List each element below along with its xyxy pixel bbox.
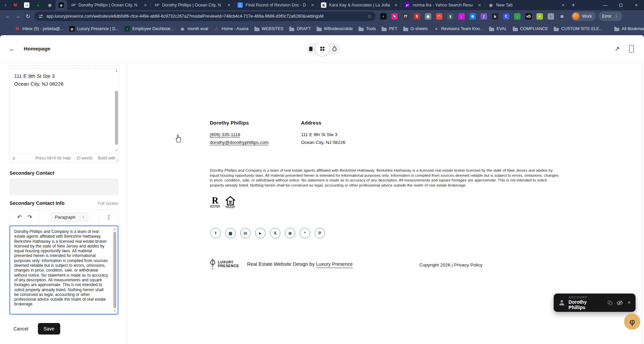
- bookmark-item[interactable]: PET: [382, 26, 397, 31]
- undo-icon[interactable]: ↶: [17, 214, 22, 221]
- full-screen-link[interactable]: Full screen: [98, 201, 118, 206]
- bookmark-item[interactable]: EVAL: [489, 26, 507, 31]
- extension-icon[interactable]: ▮: [447, 13, 454, 20]
- tab-close-icon[interactable]: ×: [142, 2, 148, 8]
- open-external-icon[interactable]: ↗: [615, 45, 620, 52]
- address-editor-text[interactable]: 111 E 9th St Ste 3 Ocean City, NJ 08226: [9, 68, 119, 152]
- bookmark-item[interactable]: Inbox (5) - jorbeta@...: [15, 26, 64, 31]
- linkedin-icon[interactable]: in: [240, 228, 251, 238]
- extension-icon[interactable]: ▪: [548, 13, 554, 20]
- tab-close-icon[interactable]: ×: [226, 2, 232, 8]
- tab-close-icon[interactable]: ×: [477, 2, 483, 8]
- maximize-button[interactable]: [613, 0, 628, 10]
- redo-icon[interactable]: ↷: [27, 214, 32, 221]
- pinned-tab-globe[interactable]: [44, 0, 55, 10]
- close-window-button[interactable]: ×: [628, 0, 644, 10]
- reload-icon[interactable]: ↻: [23, 11, 33, 21]
- secondary-contact-info-text[interactable]: Dorothy Phillips and Company is a team o…: [10, 226, 118, 307]
- realtor-social-icon[interactable]: ⊕: [285, 228, 295, 238]
- scroll-down-icon[interactable]: ▼: [115, 149, 118, 152]
- bookmark-item[interactable]: Luxury Presence | D...: [69, 26, 119, 31]
- bookmark-star-icon[interactable]: ☆: [367, 14, 371, 19]
- url-bar[interactable]: app.luxurypresence.com/websites/e6db0df6…: [34, 12, 375, 21]
- tab-close-icon[interactable]: ×: [393, 2, 399, 8]
- bookmark-item[interactable]: DRAFT: [289, 26, 311, 31]
- extension-icon[interactable]: ⚙: [469, 13, 476, 20]
- page-view-icon[interactable]: [309, 47, 313, 51]
- tab-search-icon[interactable]: ∨: [1, 0, 9, 10]
- minimize-button[interactable]: —: [597, 0, 613, 10]
- extension-icon[interactable]: vD: [525, 13, 532, 20]
- site-info-icon[interactable]: [39, 14, 43, 19]
- extension-icon[interactable]: C: [503, 13, 509, 20]
- theme-droplet-icon[interactable]: [332, 46, 337, 51]
- toast-close-icon[interactable]: ×: [627, 299, 631, 306]
- tab-close-icon[interactable]: ×: [309, 2, 316, 8]
- scrollbar-thumb[interactable]: [113, 232, 116, 308]
- extension-icon[interactable]: ◠: [436, 13, 442, 20]
- bookmark-item[interactable]: Revisions Team Kno...: [434, 26, 483, 31]
- pinned-tab-luxury-presence-active[interactable]: [55, 0, 67, 10]
- tab-close-icon[interactable]: ×: [560, 2, 566, 8]
- address-editor[interactable]: 111 E 9th St Ste 3 Ocean City, NJ 08226 …: [9, 65, 119, 163]
- bookmark-item[interactable]: Tools: [359, 26, 376, 31]
- copy-icon[interactable]: [608, 301, 612, 305]
- info-editor-scrollbar[interactable]: ▲ ▼: [113, 228, 117, 313]
- paragraph-dropdown[interactable]: Paragraph ∨: [51, 212, 88, 222]
- scrollbar-thumb[interactable]: [115, 91, 118, 145]
- back-nav-icon[interactable]: ←: [3, 11, 13, 21]
- forward-nav-icon[interactable]: →: [13, 11, 23, 21]
- extension-icon[interactable]: ⊞: [559, 13, 565, 20]
- url-text[interactable]: app.luxurypresence.com/websites/e6db0df6…: [46, 14, 364, 19]
- extension-icon[interactable]: ʃ: [481, 13, 487, 20]
- scroll-up-icon[interactable]: ▲: [115, 69, 118, 72]
- facebook-icon[interactable]: f: [210, 228, 221, 238]
- browser-tab[interactable]: Dorothy Phillips | Ocean City, N ×: [67, 0, 151, 10]
- sections-view-active[interactable]: [315, 42, 329, 56]
- address-editor-scrollbar[interactable]: ▲ ▼: [115, 69, 118, 152]
- luxury-presence-logo[interactable]: LUXURYPRESENCE: [210, 258, 239, 270]
- secondary-contact-input[interactable]: [9, 178, 118, 195]
- extension-icon[interactable]: ✎: [391, 13, 398, 20]
- all-bookmarks[interactable]: All Bookmarks: [614, 26, 644, 31]
- phone-link[interactable]: (609) 335-1118: [210, 131, 269, 138]
- toolbar-more-icon[interactable]: ⋮: [106, 214, 112, 220]
- pinned-tab-greenhouse[interactable]: [32, 0, 44, 10]
- browser-tab[interactable]: Kara Kay & Associates | La Jolla ×: [318, 0, 401, 10]
- extension-icon[interactable]: f?: [402, 13, 409, 20]
- extension-icon[interactable]: ↓: [514, 13, 521, 20]
- pinned-tab-gmail[interactable]: [9, 0, 21, 10]
- luxury-presence-link[interactable]: Luxury Presence: [316, 261, 353, 268]
- extension-icon[interactable]: S: [414, 13, 420, 20]
- browser-tab[interactable]: New Tab ×: [485, 0, 568, 10]
- new-tab-button[interactable]: +: [568, 0, 578, 10]
- instagram-icon[interactable]: ▣: [225, 228, 236, 238]
- extension-icon[interactable]: ◉: [425, 13, 431, 20]
- pinterest-icon[interactable]: P: [315, 228, 325, 238]
- browser-tab[interactable]: norma lira - Yahoo Search Resu ×: [401, 0, 485, 10]
- extension-icon[interactable]: ↓: [458, 13, 465, 20]
- bookmark-item[interactable]: Employee Dashboar...: [124, 26, 174, 31]
- extension-icon[interactable]: ♞: [492, 13, 498, 20]
- yelp-icon[interactable]: *: [300, 228, 310, 238]
- secondary-contact-info-editor[interactable]: Dorothy Phillips and Company is a team o…: [9, 225, 118, 315]
- browser-menu[interactable]: Error ⋮: [599, 12, 622, 21]
- profile-chip[interactable]: Work: [571, 12, 596, 21]
- eye-off-icon[interactable]: [617, 300, 623, 305]
- copyright-text[interactable]: Copyright 2026 | Privacy Policy: [419, 262, 483, 267]
- cancel-button[interactable]: Cancel: [10, 323, 32, 334]
- mobile-preview-icon[interactable]: [629, 45, 634, 52]
- save-button[interactable]: Save: [38, 323, 60, 335]
- bookmark-item[interactable]: CUSTOM SITE ELE...: [554, 26, 603, 31]
- browser-tab[interactable]: Final Round of Revision Doc - D ×: [234, 0, 318, 10]
- bookmark-item[interactable]: month eval: [180, 26, 208, 31]
- scroll-down-icon[interactable]: ▼: [113, 309, 117, 313]
- bookmark-item[interactable]: G-sheets: [403, 26, 428, 31]
- kebab-menu-icon[interactable]: ⋮: [614, 14, 619, 19]
- youtube-icon[interactable]: ▶: [255, 228, 266, 238]
- back-arrow-icon[interactable]: ←: [9, 45, 16, 53]
- extension-icon[interactable]: +: [536, 13, 543, 20]
- extension-icon[interactable]: ‹: [380, 13, 387, 20]
- browser-tab[interactable]: Dorothy Phillips | Ocean City, N ×: [151, 0, 234, 10]
- x-twitter-icon[interactable]: X: [270, 228, 280, 238]
